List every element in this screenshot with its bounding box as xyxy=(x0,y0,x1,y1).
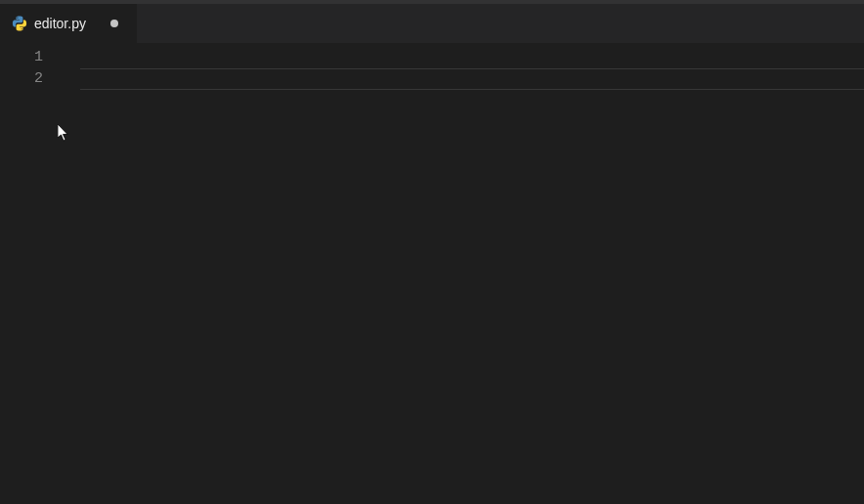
code-content[interactable] xyxy=(61,43,864,504)
tab-bar: editor.py xyxy=(0,4,864,43)
tab-filename: editor.py xyxy=(34,16,86,31)
editor-tab[interactable]: editor.py xyxy=(0,4,137,43)
python-file-icon xyxy=(12,16,27,31)
line-number: 1 xyxy=(0,47,61,68)
unsaved-changes-icon[interactable] xyxy=(110,20,118,27)
editor-area[interactable]: 1 2 xyxy=(0,43,864,504)
code-line[interactable] xyxy=(61,68,864,90)
code-line[interactable] xyxy=(61,47,864,68)
line-number: 2 xyxy=(0,68,61,90)
line-number-gutter: 1 2 xyxy=(0,43,61,504)
